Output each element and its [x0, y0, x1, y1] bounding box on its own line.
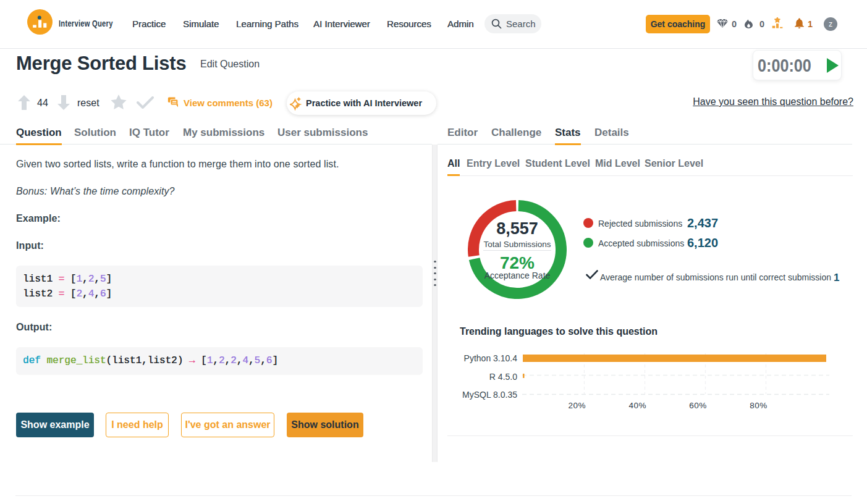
svg-text:40%: 40% — [628, 401, 646, 410]
svg-text:20%: 20% — [569, 401, 586, 410]
svg-text:80%: 80% — [750, 401, 768, 410]
svg-text:60%: 60% — [689, 401, 707, 410]
